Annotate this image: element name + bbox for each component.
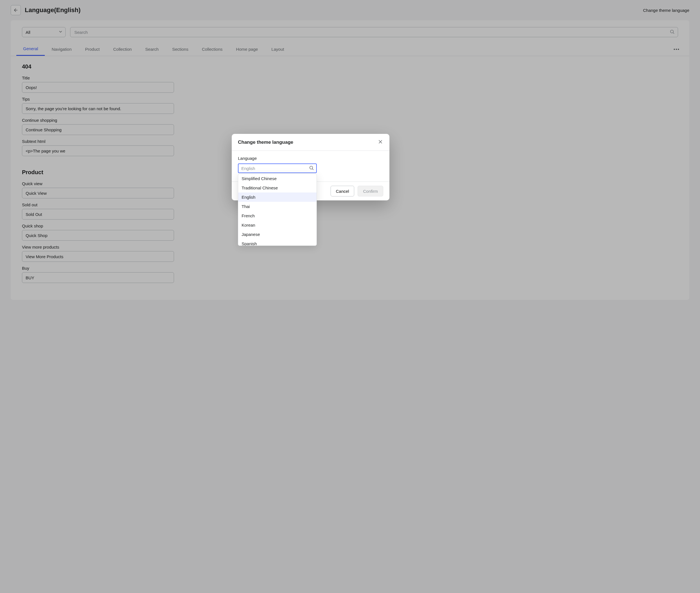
language-option[interactable]: Traditional Chinese bbox=[238, 183, 316, 193]
close-icon bbox=[378, 139, 383, 145]
language-option[interactable]: Korean bbox=[238, 221, 316, 230]
change-language-modal: Change theme language Language Simplifie… bbox=[232, 134, 389, 200]
language-option[interactable]: Simplified Chinese bbox=[238, 174, 316, 183]
language-option[interactable]: English bbox=[238, 193, 316, 202]
modal-title: Change theme language bbox=[238, 140, 293, 145]
modal-close-button[interactable] bbox=[378, 139, 383, 146]
language-option[interactable]: Japanese bbox=[238, 230, 316, 239]
confirm-button[interactable]: Confirm bbox=[358, 186, 383, 196]
svg-point-5 bbox=[310, 166, 313, 169]
language-combo-input[interactable] bbox=[238, 163, 317, 173]
language-option[interactable]: French bbox=[238, 211, 316, 221]
language-field-label: Language bbox=[238, 156, 383, 161]
language-option[interactable]: Thai bbox=[238, 202, 316, 211]
svg-line-6 bbox=[312, 169, 313, 170]
cancel-button[interactable]: Cancel bbox=[331, 186, 354, 196]
language-dropdown: Simplified ChineseTraditional ChineseEng… bbox=[238, 173, 317, 246]
search-icon bbox=[309, 165, 314, 171]
language-option[interactable]: Spanish bbox=[238, 239, 316, 246]
